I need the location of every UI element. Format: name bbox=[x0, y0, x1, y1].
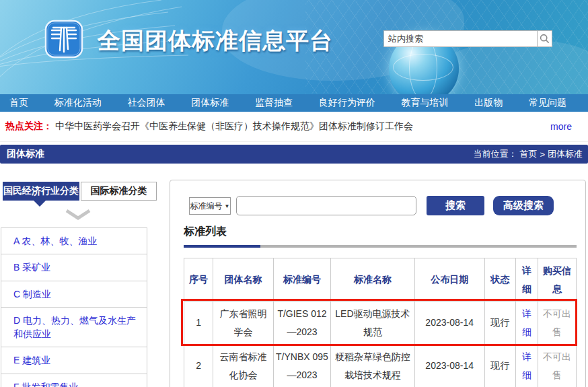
cell-org: 云南省标准化协会 bbox=[213, 345, 274, 387]
list-title: 标准列表 bbox=[184, 225, 227, 239]
advanced-search-button[interactable]: 高级搜索 bbox=[493, 196, 554, 215]
col-header-date: 公布日期 bbox=[414, 258, 484, 302]
nav-item-education[interactable]: 教育与培训 bbox=[402, 97, 449, 109]
col-header-org: 团体名称 bbox=[213, 258, 274, 302]
detail-link[interactable]: 详细 bbox=[522, 351, 531, 380]
search-field-selector-label: 标准编号 bbox=[190, 201, 223, 212]
hot-news-link[interactable]: 中华中医药学会召开《中医养生保健（非医疗）技术操作规范》团体标准制修订工作会 bbox=[55, 120, 542, 133]
cell-code: T/GIES 012—2023 bbox=[273, 302, 330, 345]
cell-status: 现行 bbox=[484, 302, 516, 345]
cell-org: 广东省照明学会 bbox=[213, 302, 274, 345]
nav-item-organizations[interactable]: 社会团体 bbox=[128, 97, 166, 109]
cell-name: LED驱动电源技术规范 bbox=[331, 302, 415, 345]
breadcrumb-current[interactable]: 团体标准 bbox=[548, 148, 583, 160]
site-search-input[interactable] bbox=[383, 30, 537, 47]
nav-item-publications[interactable]: 出版物 bbox=[474, 97, 503, 109]
site-search-button[interactable] bbox=[537, 30, 552, 47]
main-panel: 标准编号 ▼ 搜索 高级搜索 标准列表 序号 团体名称 标准编号 标准名称 公布… bbox=[170, 180, 586, 387]
sidebar-item-b-mining[interactable]: B 采矿业 bbox=[1, 254, 147, 281]
nav-item-faq[interactable]: 常见问题 bbox=[529, 97, 566, 109]
sidebar-item-e-construction[interactable]: E 建筑业 bbox=[1, 347, 147, 374]
search-button[interactable]: 搜索 bbox=[427, 196, 484, 215]
search-field-selector[interactable]: 标准编号 ▼ bbox=[189, 197, 231, 215]
breadcrumb-prefix: 当前位置： bbox=[473, 148, 517, 160]
site-header: 全国团体标准信息平台 bbox=[0, 0, 588, 94]
sidebar-item-d-utilities[interactable]: D 电力、热力、燃气及水生产和供应业 bbox=[1, 308, 147, 348]
active-tab-pointer bbox=[34, 201, 46, 207]
breadcrumb: 当前位置： 首页 > 团体标准 bbox=[473, 148, 583, 160]
nav-item-evaluation[interactable]: 良好行为评价 bbox=[319, 97, 375, 109]
detail-link[interactable]: 详细 bbox=[522, 308, 531, 337]
chevron-down-icon bbox=[65, 209, 91, 221]
cell-date: 2023-08-14 bbox=[414, 302, 484, 345]
tab-international-standard-classification[interactable]: 国际标准分类 bbox=[81, 182, 157, 201]
cell-date: 2023-08-14 bbox=[414, 345, 484, 387]
tab-national-economy-classification[interactable]: 国民经济行业分类 bbox=[3, 182, 79, 201]
nav-item-activities[interactable]: 标准化活动 bbox=[54, 97, 102, 109]
table-header-row: 序号 团体名称 标准编号 标准名称 公布日期 状态 详细 购买信息 bbox=[184, 258, 577, 302]
search-icon bbox=[540, 34, 550, 44]
site-logo-icon bbox=[44, 20, 83, 61]
col-header-index: 序号 bbox=[184, 258, 213, 302]
cell-index: 2 bbox=[184, 345, 213, 387]
col-header-purchase: 购买信息 bbox=[538, 258, 576, 302]
col-header-code: 标准编号 bbox=[273, 258, 330, 302]
sidebar-item-f-wholesale-retail[interactable]: F 批发和零售业 bbox=[1, 374, 147, 387]
standards-table: 序号 团体名称 标准编号 标准名称 公布日期 状态 详细 购买信息 1 广东省照… bbox=[184, 258, 577, 387]
nav-item-home[interactable]: 首页 bbox=[9, 97, 28, 109]
cell-status: 现行 bbox=[484, 345, 516, 387]
cell-code: T/YNBX 095—2023 bbox=[273, 345, 330, 387]
title-rule bbox=[184, 245, 577, 248]
page: 全国团体标准信息平台 首页 标准化活动 社会团体 团体标准 监督抽查 良好行为评… bbox=[0, 0, 588, 387]
col-header-detail: 详细 bbox=[516, 258, 538, 302]
cell-index: 1 bbox=[184, 302, 213, 345]
col-header-name: 标准名称 bbox=[331, 258, 415, 302]
breadcrumb-separator: > bbox=[540, 149, 545, 160]
hot-news-label: 热点关注： bbox=[5, 120, 52, 133]
more-link[interactable]: more bbox=[550, 121, 572, 132]
dropdown-arrow-icon: ▼ bbox=[225, 203, 230, 209]
standard-query-input[interactable] bbox=[236, 196, 416, 215]
section-title: 团体标准 bbox=[7, 148, 44, 160]
site-title: 全国团体标准信息平台 bbox=[98, 26, 333, 57]
cell-purchase: 不可出售 bbox=[538, 345, 576, 387]
breadcrumb-home[interactable]: 首页 bbox=[519, 148, 537, 160]
table-row: 1 广东省照明学会 T/GIES 012—2023 LED驱动电源技术规范 20… bbox=[184, 302, 577, 345]
hot-news-bar: 热点关注： 中华中医药学会召开《中医养生保健（非医疗）技术操作规范》团体标准制修… bbox=[0, 112, 588, 142]
site-search bbox=[383, 30, 552, 47]
section-bar: 团体标准 当前位置： 首页 > 团体标准 bbox=[0, 145, 588, 164]
table-row: 2 云南省标准化协会 T/YNBX 095—2023 粳稻杂草绿色防控栽培技术规… bbox=[184, 345, 577, 387]
cell-name: 粳稻杂草绿色防控栽培技术规程 bbox=[331, 345, 415, 387]
top-navigation: 首页 标准化活动 社会团体 团体标准 监督抽查 良好行为评价 教育与培训 出版物… bbox=[0, 94, 588, 112]
category-list: A 农、林、牧、渔业 B 采矿业 C 制造业 D 电力、热力、燃气及水生产和供应… bbox=[1, 227, 147, 387]
col-header-status: 状态 bbox=[484, 258, 516, 302]
nav-item-group-standards[interactable]: 团体标准 bbox=[191, 97, 229, 109]
sidebar-item-a-agriculture[interactable]: A 农、林、牧、渔业 bbox=[1, 228, 147, 254]
cell-purchase: 不可出售 bbox=[538, 302, 576, 345]
sidebar-item-c-manufacturing[interactable]: C 制造业 bbox=[1, 281, 147, 308]
nav-item-supervision[interactable]: 监督抽查 bbox=[255, 97, 293, 109]
